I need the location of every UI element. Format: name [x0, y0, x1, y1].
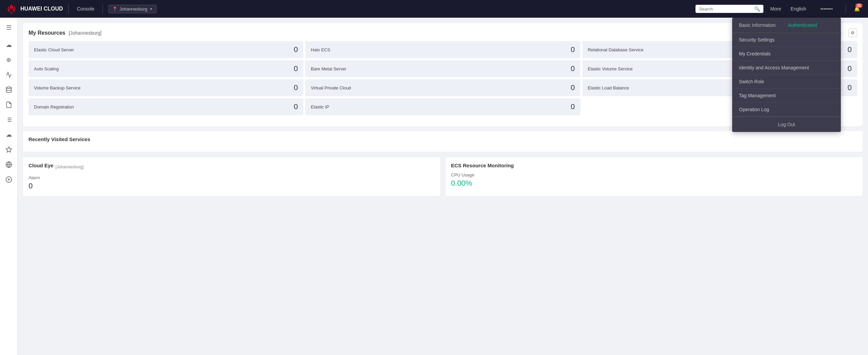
alarm-label: Alarm: [29, 175, 435, 180]
monitor-icon: [5, 71, 12, 78]
ecs-monitoring-panel: ECS Resource Monitoring CPU Usage 0.00%: [446, 157, 863, 196]
file-icon: [5, 101, 12, 108]
huawei-logo-icon: [5, 3, 18, 15]
resource-count: 0: [848, 45, 852, 54]
alarm-row: Alarm 0: [29, 175, 435, 190]
region-pin-icon: 📍: [112, 6, 117, 12]
top-navigation: HUAWEI CLOUD Console 📍 Johannesburg ▼ 🔍 …: [0, 0, 868, 18]
tag-management-item[interactable]: Tag Management: [732, 89, 841, 103]
authenticated-item[interactable]: Authenticated: [788, 22, 834, 28]
search-box: 🔍: [695, 5, 763, 13]
main-layout: ☰ ☁ ⊕ ☁: [0, 18, 868, 355]
nav-divider2: [103, 4, 103, 14]
sidebar-toggle[interactable]: ☰: [3, 21, 14, 34]
sidebar-item-cloud[interactable]: ☁: [2, 38, 16, 52]
bottom-panels: Cloud Eye [Johannesburg] Alarm 0 ECS Res…: [23, 157, 863, 196]
nav-divider: [68, 4, 69, 14]
basic-info-item[interactable]: Basic Information: [739, 22, 785, 28]
resource-count: 0: [571, 64, 575, 73]
cloud-eye-panel: Cloud Eye [Johannesburg] Alarm 0: [23, 157, 440, 196]
resource-count: 0: [848, 83, 852, 92]
resource-name: Elastic IP: [311, 104, 329, 109]
iam-item[interactable]: Identity and Access Management: [732, 61, 841, 75]
storage-icon: [5, 86, 12, 93]
cpu-label: CPU Usage: [451, 172, 857, 178]
notification-bell[interactable]: 🔔 25: [854, 6, 860, 12]
resource-card-vpc[interactable]: Virtual Private Cloud 0: [305, 79, 580, 96]
cloud-eye-region: [Johannesburg]: [55, 165, 84, 169]
resource-name: Domain Registration: [34, 104, 74, 109]
search-input[interactable]: [699, 6, 752, 12]
chevron-down-icon: ▼: [149, 7, 153, 11]
resources-region: [Johannesburg]: [69, 30, 102, 36]
resource-card-auto-scaling[interactable]: Auto Scaling 0: [29, 60, 303, 77]
alarm-value: 0: [29, 182, 435, 190]
cloud-eye-title: Cloud Eye: [29, 163, 53, 168]
sidebar-item-network[interactable]: ⊕: [2, 53, 16, 67]
resource-name: Elastic Cloud Server: [34, 47, 74, 52]
resource-count: 0: [294, 102, 298, 111]
more-link[interactable]: More: [767, 5, 784, 13]
console-link[interactable]: Console: [74, 5, 97, 13]
nav-divider3: [846, 4, 846, 14]
notification-count: 25: [855, 3, 863, 8]
cpu-usage-row: CPU Usage 0.00%: [451, 172, 857, 188]
cpu-value: 0.00%: [451, 179, 857, 188]
resource-count: 0: [294, 83, 298, 92]
brand-name: HUAWEI CLOUD: [20, 6, 63, 12]
language-selector[interactable]: English: [788, 5, 809, 13]
resource-count: 0: [294, 64, 298, 73]
sidebar-item-storage[interactable]: [2, 83, 16, 97]
sidebar-item-cloud2[interactable]: ☁: [2, 128, 16, 141]
ecs-monitoring-header: ECS Resource Monitoring: [451, 163, 857, 168]
my-resources-title: My Resources: [29, 30, 66, 36]
resource-count: 0: [571, 102, 575, 111]
resource-name: Elastic Load Balance: [588, 85, 629, 90]
resources-settings-button[interactable]: ⚙: [848, 29, 857, 37]
resource-name: Bare Metal Server: [311, 66, 346, 71]
logout-button[interactable]: Log Out: [732, 117, 841, 132]
resource-name: Relational Database Service: [588, 47, 644, 52]
my-credentials-item[interactable]: My Credentials: [732, 47, 841, 61]
resource-name: Halo ECS: [311, 47, 330, 52]
recently-visited-section: Recently Visited Services: [23, 131, 863, 152]
resource-card-domain[interactable]: Domain Registration 0: [29, 98, 303, 115]
resource-card-halo-ecs[interactable]: Halo ECS 0: [305, 41, 580, 58]
resource-card-eip[interactable]: Elastic IP 0: [305, 98, 580, 115]
user-menu-trigger[interactable]: ••••••••: [813, 5, 840, 13]
security-settings-item[interactable]: Security Settings: [732, 33, 841, 47]
sidebar-item-globe[interactable]: [2, 158, 16, 171]
resource-count: 0: [571, 45, 575, 54]
globe-icon: [5, 161, 12, 168]
list-icon: [5, 116, 12, 123]
search-icon: 🔍: [754, 6, 760, 12]
switch-role-item[interactable]: Switch Role: [732, 75, 841, 89]
resource-card-bms[interactable]: Bare Metal Server 0: [305, 60, 580, 77]
resource-count: 0: [571, 83, 575, 92]
sidebar-item-list[interactable]: [2, 113, 16, 126]
dropdown-header: Basic Information Authenticated: [732, 18, 841, 33]
resource-count: 0: [294, 45, 298, 54]
region-selector[interactable]: 📍 Johannesburg ▼: [108, 5, 157, 13]
sidebar-item-files[interactable]: [2, 98, 16, 112]
resource-name: Virtual Private Cloud: [311, 85, 351, 90]
ecs-monitoring-title: ECS Resource Monitoring: [451, 163, 514, 168]
cloud-eye-header: Cloud Eye [Johannesburg]: [29, 163, 435, 171]
brand-logo[interactable]: HUAWEI CLOUD: [5, 3, 63, 15]
recently-visited-title: Recently Visited Services: [29, 136, 857, 142]
sidebar-item-package[interactable]: [2, 173, 16, 186]
sidebar-item-monitoring[interactable]: [2, 68, 16, 82]
user-dropdown-menu: Basic Information Authenticated Security…: [732, 18, 841, 132]
resource-card-vbs[interactable]: Volume Backup Service 0: [29, 79, 303, 96]
resources-title-group: My Resources [Johannesburg]: [29, 30, 102, 36]
operation-log-item[interactable]: Operation Log: [732, 103, 841, 117]
resource-count: 0: [848, 64, 852, 73]
resource-name: Volume Backup Service: [34, 85, 80, 90]
resource-card-ecs[interactable]: Elastic Cloud Server 0: [29, 41, 303, 58]
resource-name: Elastic Volume Service: [588, 66, 633, 71]
sidebar: ☰ ☁ ⊕ ☁: [0, 18, 18, 355]
svg-marker-7: [6, 147, 12, 152]
sidebar-item-deploy[interactable]: [2, 143, 16, 156]
resource-name: Auto Scaling: [34, 66, 59, 71]
region-label: Johannesburg: [120, 6, 147, 12]
